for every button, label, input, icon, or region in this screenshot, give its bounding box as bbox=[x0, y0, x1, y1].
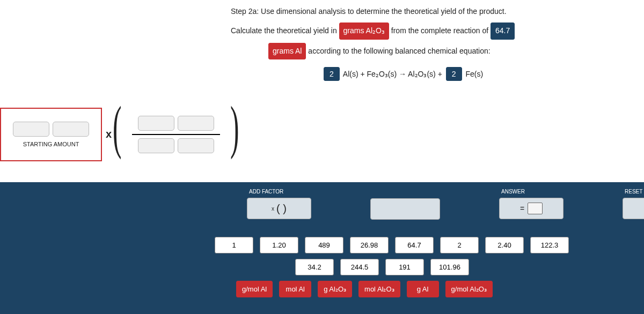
coef-1: 2 bbox=[324, 67, 340, 81]
tile-mol-al[interactable]: mol Al bbox=[279, 281, 311, 297]
paren-left: ( bbox=[113, 101, 121, 153]
work-area: STARTING AMOUNT x ( ) bbox=[0, 108, 644, 172]
fraction-line bbox=[132, 134, 220, 135]
add-factor-label: ADD FACTOR bbox=[249, 189, 283, 195]
add-factor-button[interactable]: x ( ) bbox=[247, 198, 311, 219]
paren-right: ) bbox=[230, 101, 239, 153]
text-according: according to the following balanced chem… bbox=[308, 47, 490, 55]
instruction-line-2: grams Al according to the following bala… bbox=[268, 43, 617, 60]
tile-g-al2o3[interactable]: g Al₂O₃ bbox=[318, 281, 352, 297]
tile-gmol-al[interactable]: g/mol Al bbox=[236, 281, 273, 297]
tile-64-7[interactable]: 64.7 bbox=[395, 237, 434, 253]
tile-101-96[interactable]: 101.96 bbox=[430, 259, 469, 275]
tile-489[interactable]: 489 bbox=[305, 237, 343, 253]
coef-2: 2 bbox=[446, 67, 462, 81]
numerator-unit-slot[interactable] bbox=[178, 116, 214, 131]
starting-amount-box: STARTING AMOUNT bbox=[0, 108, 102, 161]
numerator-value-slot[interactable] bbox=[138, 116, 174, 131]
balanced-equation: 2 Al(s) + Fe₂O₃(s) → Al₂O₃(s) + 2 Fe(s) bbox=[188, 67, 617, 81]
tile-244-5[interactable]: 244.5 bbox=[340, 259, 379, 275]
unit-tile-row: g/mol Al mol Al g Al₂O₃ mol Al₂O₃ g Al g… bbox=[236, 281, 628, 297]
chip-64-7: 64.7 bbox=[491, 23, 515, 40]
multiply-symbol: x bbox=[106, 128, 112, 140]
tile-g-al[interactable]: g Al bbox=[407, 281, 439, 297]
tile-mol-al2o3[interactable]: mol Al₂O₃ bbox=[358, 281, 400, 297]
denominator-unit-slot[interactable] bbox=[178, 138, 214, 153]
step-title: Step 2a: Use dimensional analysis to det… bbox=[231, 5, 617, 18]
reset-label: RESET bbox=[625, 189, 642, 195]
tile-1-20[interactable]: 1.20 bbox=[260, 237, 298, 253]
start-value-slot[interactable] bbox=[13, 122, 49, 137]
conversion-factor: ( ) bbox=[117, 109, 235, 160]
tile-2-40[interactable]: 2.40 bbox=[485, 237, 524, 253]
chip-grams-al: grams Al bbox=[268, 43, 306, 60]
number-tile-row-1: 1 1.20 489 26.98 64.7 2 2.40 122.3 bbox=[215, 237, 628, 253]
tile-1[interactable]: 1 bbox=[215, 237, 253, 253]
instruction-line-1: Calculate the theoretical yield in grams… bbox=[231, 23, 617, 40]
chip-grams-al2o3: grams Al₂O₃ bbox=[339, 23, 389, 40]
tile-26-98[interactable]: 26.98 bbox=[350, 237, 389, 253]
equals-sign: = bbox=[520, 204, 524, 213]
bottom-panel: ADD FACTOR x ( ) ANSWER = RESET bbox=[0, 182, 644, 314]
add-factor-parens: ( ) bbox=[276, 203, 287, 215]
answer-box bbox=[528, 203, 543, 214]
text-from: from the complete reaction of bbox=[391, 26, 488, 35]
text-calc: Calculate the theoretical yield in bbox=[231, 26, 337, 35]
reset-button[interactable] bbox=[623, 198, 644, 219]
blank-slot[interactable] bbox=[370, 198, 440, 220]
tile-34-2[interactable]: 34.2 bbox=[295, 259, 334, 275]
start-unit-slot[interactable] bbox=[53, 122, 89, 137]
tile-gmol-al2o3[interactable]: g/mol Al₂O₃ bbox=[445, 281, 493, 297]
eq-text-1: Al(s) + Fe₂O₃(s) → Al₂O₃(s) + bbox=[343, 70, 442, 78]
answer-label: ANSWER bbox=[501, 189, 525, 195]
tile-122-3[interactable]: 122.3 bbox=[530, 237, 569, 253]
tile-191[interactable]: 191 bbox=[385, 259, 424, 275]
number-tile-row-2: 34.2 244.5 191 101.96 bbox=[295, 259, 628, 275]
answer-button[interactable]: = bbox=[499, 198, 564, 219]
eq-text-2: Fe(s) bbox=[465, 70, 483, 78]
add-factor-x: x bbox=[272, 206, 274, 212]
tile-2[interactable]: 2 bbox=[440, 237, 479, 253]
starting-amount-label: STARTING AMOUNT bbox=[23, 141, 79, 147]
denominator-value-slot[interactable] bbox=[138, 138, 174, 153]
